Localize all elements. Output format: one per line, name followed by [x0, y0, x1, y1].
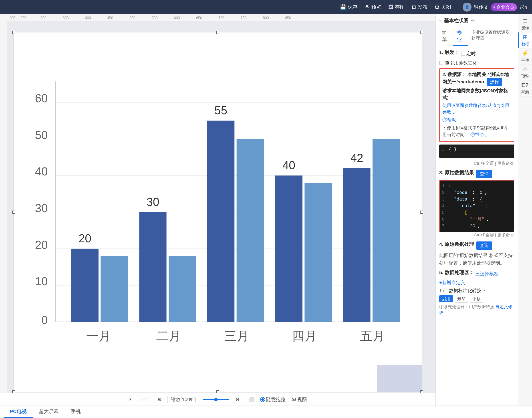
toggle-enable-btn[interactable]: 启用 [439, 295, 453, 302]
raw-result-title: 3. 原始数据结果 [439, 169, 474, 176]
zoom-out-icon: ⊖ [236, 397, 239, 402]
canvas-area[interactable]: 205 250 300 350 400 450 500 550 600 650 … [0, 14, 436, 406]
tab-simple[interactable]: 简单 [438, 27, 453, 46]
tab-pc-tv[interactable]: PC电视 [4, 406, 33, 418]
svg-text:700: 700 [218, 16, 225, 20]
param-change-box[interactable] [439, 61, 443, 65]
svg-text:60: 60 [35, 92, 48, 105]
zoom-out-button[interactable]: ⊖ [233, 395, 242, 404]
tab-professional[interactable]: 专业 [453, 27, 468, 46]
move-down-btn[interactable]: 下移 [470, 295, 483, 302]
data-icon-item[interactable]: ⊞ 数据 [518, 33, 532, 48]
close-button[interactable]: ⏻ 关闭 [435, 4, 451, 11]
fullscreen-hint[interactable]: Ctrl+F全屏 [474, 161, 494, 166]
svg-text:600: 600 [174, 16, 180, 20]
timer-checkbox-box[interactable] [461, 52, 465, 56]
svg-rect-43 [305, 183, 331, 322]
sys-hint: ①系统处理器：用户数据转换 自定义修改 [439, 304, 514, 315]
param-hint: 使用{#页面参数路径:默认值#}引用参数， [442, 102, 511, 116]
drag-label: 随意拖拉 [266, 396, 285, 403]
right-panel: » 基本柱状图 ✏ 简单 专业 专业级设置数据源及处理器 1. 触发： 定 [436, 14, 518, 406]
help-link-1[interactable]: ②帮助 [442, 116, 456, 123]
select-template[interactable]: 三选择模板 [475, 271, 499, 277]
zoom-slider-handle[interactable] [214, 398, 218, 401]
trigger-section: 1. 触发： 定时 随引用参数变化 [439, 49, 514, 66]
prop-icon-item[interactable]: ☰ 属性 [518, 16, 532, 33]
top-toolbar: 💾 保存 👁 预览 🖼 存图 ⊞ 发布 ⏻ 关闭 👤 钟传文 企业会员 Rit [0, 0, 532, 14]
svg-text:40: 40 [35, 165, 48, 178]
publish-button[interactable]: ⊞ 发布 [412, 4, 427, 11]
help-icon: E? [521, 82, 529, 89]
svg-text:20: 20 [79, 232, 91, 245]
preview-icon: 👁 [365, 4, 370, 10]
param-row: 请求本地网关参数(JSON对象格式)： 使用{#页面参数路径:默认值#}引用参数… [442, 87, 511, 123]
rit-text: Rit [520, 4, 528, 11]
result-line-5: 5 [ [442, 209, 511, 216]
result-line-4: 4 "data" : [ [442, 203, 511, 209]
help-label: 帮助 [521, 90, 529, 95]
bottom-tabs: PC电视 超大屏幕 手机 [0, 406, 532, 418]
right-icon-bar: ☰ 属性 ⊞ 数据 ⚡ 事件 ⚠ 预警 E? 帮助 [518, 14, 532, 406]
panel-title: 基本柱状图 [444, 17, 468, 24]
one-to-one-label: 1:1 [142, 397, 148, 402]
panel-header: » 基本柱状图 ✏ [436, 14, 518, 27]
view-button[interactable]: ✉ 视图 [289, 395, 310, 404]
svg-text:500: 500 [130, 16, 135, 20]
datasource-title: 2. 数据源： 本地网关 / 测试本地网关一/shark-demo 选择 [442, 71, 511, 86]
tab-advanced[interactable]: 专业级设置数据源及处理器 [468, 27, 515, 46]
add-custom[interactable]: +新增自定义 [439, 279, 465, 286]
chart-mini-preview [377, 365, 422, 392]
tab-large-screen[interactable]: 超大屏幕 [33, 406, 65, 418]
more-commands[interactable]: 更多命令 [497, 161, 514, 166]
prop-icon: ☰ [522, 18, 528, 25]
chart-container[interactable]: 0 10 20 30 40 50 60 20 30 [13, 32, 422, 392]
vip-badge: 企业会员 [491, 3, 517, 11]
proc-header: 5. 数据处理器： 三选择模板 +新增自定义 [439, 269, 514, 286]
svg-rect-32 [139, 212, 166, 322]
svg-text:850: 850 [285, 16, 291, 20]
dp-title: 4. 原始数据处理 [439, 241, 474, 248]
raw-query-btn[interactable]: 查询 [476, 170, 492, 178]
zoom-slider[interactable] [203, 399, 229, 400]
tab-mobile[interactable]: 手机 [65, 406, 87, 418]
result-more[interactable]: 更多命令 [497, 232, 514, 237]
timer-label: 定时 [466, 50, 476, 57]
preview-button[interactable]: 👁 预览 [365, 4, 381, 11]
help-icon-item[interactable]: E? 帮助 [518, 81, 532, 96]
event-icon-item[interactable]: ⚡ 事件 [518, 48, 532, 64]
zoom-in-icon: ⊕ [157, 397, 161, 402]
timer-checkbox[interactable]: 定时 [461, 50, 476, 57]
datasource-select-btn[interactable]: 选择 [487, 78, 502, 86]
zoom-in-button[interactable]: ⊕ [154, 395, 164, 404]
processor-item-1: 1） 数据标准化转换 ✏ [439, 288, 514, 294]
data-process-section: 4. 原始数据处理 查询 此图层的"原始数据结果"格式不支持处理配置，请使用处理… [439, 241, 514, 267]
svg-text:20: 20 [35, 238, 48, 251]
delete-btn[interactable]: 删除 [455, 295, 468, 302]
dp-query-btn[interactable]: 查询 [476, 242, 492, 250]
result-fullscreen[interactable]: Ctrl+F全屏 [474, 232, 494, 237]
code-editor[interactable]: 1 { } [439, 145, 514, 158]
fit-button[interactable]: ⊡ [126, 395, 135, 404]
zoom-level: 缩放[100%] [167, 395, 199, 404]
svg-text:50: 50 [35, 128, 48, 141]
svg-rect-34 [207, 121, 235, 322]
event-icon: ⚡ [521, 50, 529, 57]
alert-icon-item[interactable]: ⚠ 预警 [518, 64, 532, 81]
proc-name-1: 数据标准化转换 [449, 288, 482, 294]
edit-title-icon[interactable]: ✏ [471, 18, 474, 23]
result-line-1: 1 { [442, 183, 511, 189]
proc-edit-icon-1[interactable]: ✏ [484, 288, 487, 293]
panel-content: 1. 触发： 定时 随引用参数变化 2. 数据源： 本地网关 / 测试本地网关一… [436, 46, 518, 406]
chevron-right-icon: » [439, 18, 442, 23]
drag-mode-toggle[interactable]: 随意拖拉 [261, 396, 285, 403]
save-button[interactable]: 💾 保存 [340, 4, 358, 11]
save-icon: 💾 [340, 4, 346, 10]
param-change-checkbox[interactable]: 随引用参数变化 [439, 60, 477, 66]
help-link-2[interactable]: ②帮助 [470, 132, 484, 137]
user-area: 👤 钟传文 企业会员 Rit [463, 3, 528, 12]
dp-hint: 此图层的"原始数据结果"格式不支持处理配置，请使用处理器定制。 [439, 252, 514, 267]
crop-button[interactable]: ⬜ [246, 395, 257, 404]
one-to-one-button[interactable]: 1:1 [139, 395, 151, 404]
save-image-button[interactable]: 🖼 存图 [388, 4, 405, 11]
editor-footer: Ctrl+F全屏 | 更多命令 [439, 161, 514, 166]
